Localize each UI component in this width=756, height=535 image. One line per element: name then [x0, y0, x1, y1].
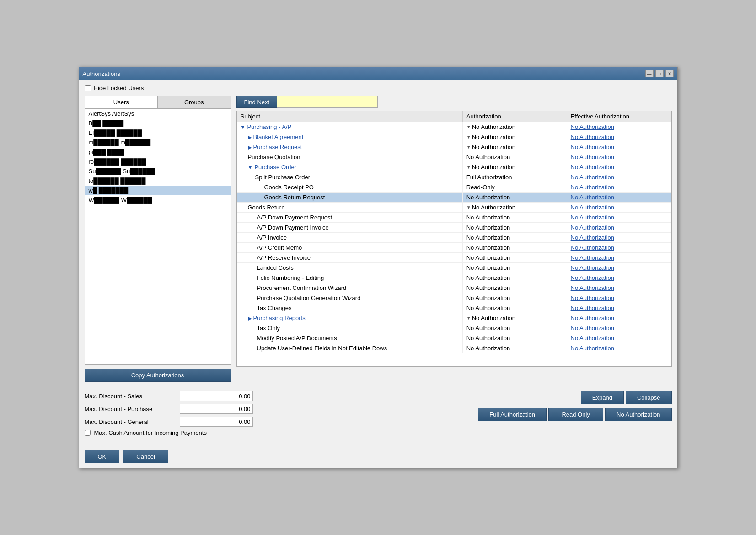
eff-auth-cell[interactable]: No Authorization	[567, 333, 671, 343]
eff-auth-link[interactable]: No Authorization	[571, 234, 614, 241]
eff-auth-link[interactable]: No Authorization	[571, 274, 614, 281]
general-discount-input[interactable]	[180, 417, 253, 427]
table-row[interactable]: Landed Costs No Authorization No Authori…	[237, 263, 671, 273]
user-list[interactable]: AlertSys AlertSys B██ █████ El█████ ████…	[85, 109, 231, 365]
eff-auth-link[interactable]: No Authorization	[571, 284, 614, 291]
close-button[interactable]: ✕	[665, 70, 674, 77]
table-row[interactable]: A/P Down Payment Request No Authorizatio…	[237, 213, 671, 223]
expand-icon[interactable]: ▶	[248, 134, 252, 140]
cancel-button[interactable]: Cancel	[123, 450, 168, 463]
eff-auth-link[interactable]: No Authorization	[571, 204, 614, 211]
table-row[interactable]: A/P Down Payment Invoice No Authorizatio…	[237, 223, 671, 233]
expand-icon[interactable]: ▼	[241, 124, 246, 130]
eff-auth-cell[interactable]: No Authorization	[567, 243, 671, 253]
sales-discount-input[interactable]	[180, 391, 253, 401]
auth-cell[interactable]: ▼ No Authorization	[462, 122, 567, 132]
expand-button[interactable]: Expand	[581, 391, 624, 404]
eff-auth-cell[interactable]: No Authorization	[567, 162, 671, 172]
auth-table-wrap[interactable]: Subject Authorization Effective Authoriz…	[236, 111, 672, 367]
list-item[interactable]: ro██████ ██████	[85, 157, 231, 166]
table-row[interactable]: Purchase Quotation Generation Wizard No …	[237, 293, 671, 303]
auth-cell[interactable]: ▼ No Authorization	[462, 203, 567, 213]
eff-auth-cell[interactable]: No Authorization	[567, 132, 671, 142]
eff-auth-link[interactable]: No Authorization	[571, 214, 614, 221]
eff-auth-cell[interactable]: No Authorization	[567, 152, 671, 162]
eff-auth-link[interactable]: No Authorization	[571, 184, 614, 191]
eff-auth-cell[interactable]: No Authorization	[567, 203, 671, 213]
eff-auth-cell[interactable]: No Authorization	[567, 343, 671, 353]
eff-auth-cell[interactable]: No Authorization	[567, 273, 671, 283]
eff-auth-link[interactable]: No Authorization	[571, 134, 614, 140]
eff-auth-cell[interactable]: No Authorization	[567, 122, 671, 132]
eff-auth-link[interactable]: No Authorization	[571, 335, 614, 342]
list-item[interactable]: W██████ W██████	[85, 195, 231, 205]
list-item[interactable]: B██ █████	[85, 118, 231, 128]
table-row-highlighted[interactable]: Goods Return Request No Authorization No…	[237, 193, 671, 203]
read-only-button[interactable]: Read Only	[548, 408, 603, 421]
expand-icon[interactable]: ▶	[248, 316, 252, 321]
no-authorization-button[interactable]: No Authorization	[605, 408, 671, 421]
table-row[interactable]: Purchase Quotation No Authorization No A…	[237, 152, 671, 162]
collapse-button[interactable]: Collapse	[626, 391, 672, 404]
eff-auth-link[interactable]: No Authorization	[571, 164, 614, 171]
auth-cell[interactable]: ▼ No Authorization	[462, 162, 567, 172]
table-row[interactable]: ▼Purchasing - A/P ▼ No Authorization	[237, 122, 671, 132]
eff-auth-cell[interactable]: No Authorization	[567, 283, 671, 293]
eff-auth-link[interactable]: No Authorization	[571, 174, 614, 181]
dropdown-arrow[interactable]: ▼	[466, 165, 471, 170]
table-row[interactable]: Tax Only No Authorization No Authorizati…	[237, 323, 671, 333]
list-item[interactable]: AlertSys AlertSys	[85, 109, 231, 118]
eff-auth-link[interactable]: No Authorization	[571, 154, 614, 160]
eff-auth-link[interactable]: No Authorization	[571, 294, 614, 301]
list-item[interactable]: El█████ ██████	[85, 128, 231, 138]
dropdown-arrow[interactable]: ▼	[466, 124, 471, 129]
eff-auth-cell[interactable]: No Authorization	[567, 323, 671, 333]
table-row[interactable]: ▶Purchasing Reports ▼ No Authorization	[237, 313, 671, 323]
tab-users[interactable]: Users	[85, 96, 158, 108]
purchase-discount-input[interactable]	[180, 404, 253, 414]
table-row[interactable]: Split Purchase Order Full Authorization …	[237, 172, 671, 182]
eff-auth-link[interactable]: No Authorization	[571, 345, 614, 352]
hide-locked-checkbox[interactable]	[85, 85, 91, 91]
eff-auth-link[interactable]: No Authorization	[571, 194, 614, 201]
eff-auth-link[interactable]: No Authorization	[571, 244, 614, 251]
eff-auth-link[interactable]: No Authorization	[571, 144, 614, 150]
eff-auth-link[interactable]: No Authorization	[571, 315, 614, 321]
eff-auth-cell[interactable]: No Authorization	[567, 293, 671, 303]
table-row[interactable]: ▼Purchase Order ▼ No Authorization N	[237, 162, 671, 172]
eff-auth-link[interactable]: No Authorization	[571, 264, 614, 271]
dropdown-arrow[interactable]: ▼	[466, 134, 471, 139]
table-row[interactable]: Procurement Confirmation Wizard No Autho…	[237, 283, 671, 293]
table-row[interactable]: Folio Numbering - Editing No Authorizati…	[237, 273, 671, 283]
copy-authorizations-button[interactable]: Copy Authorizations	[85, 369, 231, 382]
dropdown-arrow[interactable]: ▼	[466, 316, 471, 321]
table-row[interactable]: Goods Receipt PO Read-Only No Authorizat…	[237, 182, 671, 193]
eff-auth-link[interactable]: No Authorization	[571, 224, 614, 231]
minimize-button[interactable]: —	[645, 70, 654, 77]
list-item[interactable]: Su██████ Su██████	[85, 166, 231, 176]
eff-auth-link[interactable]: No Authorization	[571, 305, 614, 311]
eff-auth-cell[interactable]: No Authorization	[567, 263, 671, 273]
auth-cell[interactable]: ▼ No Authorization	[462, 142, 567, 152]
eff-auth-cell[interactable]: No Authorization	[567, 182, 671, 193]
eff-auth-link[interactable]: No Authorization	[571, 325, 614, 332]
search-input[interactable]	[277, 96, 378, 108]
eff-auth-cell[interactable]: No Authorization	[567, 213, 671, 223]
list-item[interactable]: m██████ m██████	[85, 138, 231, 147]
eff-auth-cell[interactable]: No Authorization	[567, 142, 671, 152]
eff-auth-link[interactable]: No Authorization	[571, 254, 614, 261]
find-next-button[interactable]: Find Next	[236, 96, 278, 108]
dropdown-arrow[interactable]: ▼	[466, 205, 471, 210]
eff-auth-cell[interactable]: No Authorization	[567, 172, 671, 182]
eff-auth-cell[interactable]: No Authorization	[567, 223, 671, 233]
list-item-selected[interactable]: w█ ███████	[85, 186, 231, 195]
tab-groups[interactable]: Groups	[158, 96, 231, 108]
table-row[interactable]: A/P Invoice No Authorization No Authoriz…	[237, 233, 671, 243]
table-row[interactable]: Tax Changes No Authorization No Authoriz…	[237, 303, 671, 313]
eff-auth-cell[interactable]: No Authorization	[567, 303, 671, 313]
eff-auth-cell[interactable]: No Authorization	[567, 193, 671, 203]
ok-button[interactable]: OK	[85, 450, 120, 463]
dropdown-arrow[interactable]: ▼	[466, 144, 471, 150]
full-authorization-button[interactable]: Full Authorization	[478, 408, 547, 421]
list-item[interactable]: pi███ ████	[85, 147, 231, 157]
